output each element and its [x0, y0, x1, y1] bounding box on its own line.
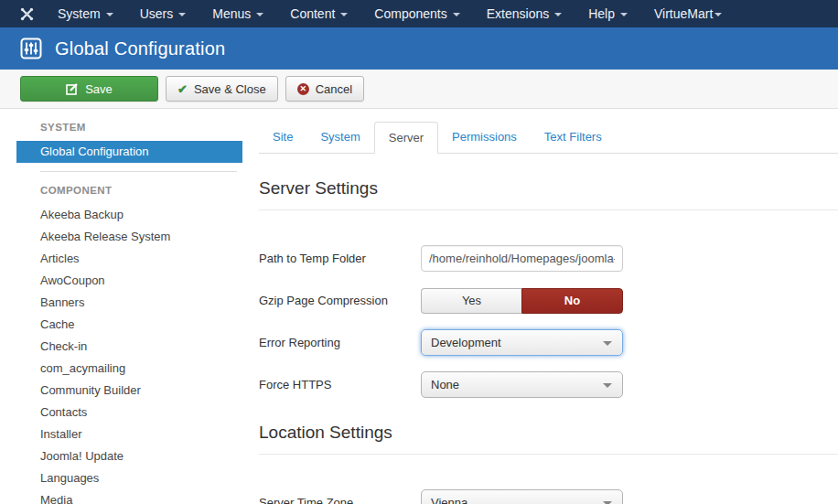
page-header: Global Configuration	[0, 27, 838, 70]
error-reporting-label: Error Reporting	[259, 336, 421, 349]
caret-down-icon	[714, 13, 722, 16]
field-row-temp-path: Path to Temp Folder	[259, 245, 838, 272]
sliders-icon	[20, 38, 42, 59]
timezone-value: Vienna	[431, 496, 467, 504]
menu-virtuemart-label: VirtueMart	[654, 6, 713, 21]
menu-help-label: Help	[588, 6, 615, 21]
caret-down-icon	[256, 13, 263, 16]
sidebar-item-global-configuration[interactable]: Global Configuration	[16, 141, 242, 163]
sidebar-item-media[interactable]: Media	[16, 489, 242, 504]
gzip-yes-button[interactable]: Yes	[421, 288, 521, 314]
save-button[interactable]: Save	[20, 76, 158, 102]
caret-down-icon	[620, 13, 628, 16]
menu-system-label: System	[58, 6, 101, 21]
sidebar-item-akeeba-release-system[interactable]: Akeeba Release System	[16, 226, 242, 248]
menu-extensions-label: Extensions	[487, 6, 549, 21]
save-close-button[interactable]: ✔ Save & Close	[166, 76, 278, 102]
menu-users[interactable]: Users	[140, 6, 187, 21]
timezone-select[interactable]: Vienna	[421, 489, 623, 504]
force-https-label: Force HTTPS	[259, 378, 421, 391]
error-reporting-select[interactable]: Development	[421, 329, 623, 356]
menu-extensions[interactable]: Extensions	[487, 6, 562, 21]
menu-components[interactable]: Components	[374, 6, 459, 21]
sidebar-item-com-acymailing[interactable]: com_acymailing	[16, 358, 242, 380]
check-icon: ✔	[177, 82, 188, 96]
save-button-label: Save	[85, 82, 113, 96]
menu-menus[interactable]: Menus	[212, 6, 263, 21]
cancel-button-label: Cancel	[316, 82, 352, 96]
sidebar: SYSTEM Global Configuration COMPONENT Ak…	[0, 109, 259, 504]
caret-down-icon	[106, 13, 113, 16]
menu-virtuemart[interactable]: VirtueMart	[654, 6, 722, 21]
gzip-label: Gzip Page Compression	[259, 294, 421, 307]
caret-down-icon	[340, 13, 348, 16]
sidebar-item-articles[interactable]: Articles	[16, 248, 242, 270]
menu-users-label: Users	[140, 6, 174, 21]
tab-system[interactable]: System	[306, 122, 373, 154]
field-row-force-https: Force HTTPS None	[259, 371, 838, 398]
sidebar-heading-component: COMPONENT	[40, 185, 242, 196]
edit-square-icon	[66, 82, 79, 95]
tab-text-filters[interactable]: Text Filters	[531, 122, 616, 154]
sidebar-item-akeeba-backup[interactable]: Akeeba Backup	[16, 204, 242, 226]
caret-down-icon	[603, 383, 612, 388]
caret-down-icon	[178, 13, 186, 16]
caret-down-icon	[603, 341, 612, 346]
force-https-value: None	[431, 378, 459, 391]
gzip-toggle-group: Yes No	[421, 288, 623, 314]
menu-content-label: Content	[290, 6, 335, 21]
sidebar-heading-system: SYSTEM	[40, 122, 242, 133]
sidebar-item-community-builder[interactable]: Community Builder	[16, 380, 242, 402]
sidebar-item-cache[interactable]: Cache	[16, 314, 242, 336]
caret-down-icon	[554, 13, 562, 16]
sidebar-divider	[40, 171, 237, 172]
timezone-label: Server Time Zone	[259, 496, 421, 504]
gzip-no-button[interactable]: No	[521, 288, 623, 314]
toolbar: Save ✔ Save & Close ✕ Cancel	[0, 70, 838, 109]
menu-menus-label: Menus	[212, 6, 251, 21]
caret-down-icon	[453, 13, 460, 16]
field-row-gzip: Gzip Page Compression Yes No	[259, 287, 838, 314]
menu-components-label: Components	[374, 6, 446, 21]
temp-path-label: Path to Temp Folder	[259, 252, 421, 265]
joomla-logo-icon	[19, 6, 35, 22]
main-content: Site System Server Permissions Text Filt…	[259, 109, 838, 504]
menu-help[interactable]: Help	[588, 6, 628, 21]
tab-permissions[interactable]: Permissions	[438, 122, 531, 154]
sidebar-item-joomla-update[interactable]: Joomla! Update	[16, 445, 242, 467]
field-row-timezone: Server Time Zone Vienna	[259, 489, 838, 504]
temp-path-input[interactable]	[421, 245, 623, 272]
cancel-button[interactable]: ✕ Cancel	[285, 76, 364, 102]
menu-content[interactable]: Content	[290, 6, 348, 21]
save-close-button-label: Save & Close	[194, 82, 266, 96]
menu-system[interactable]: System	[58, 6, 113, 21]
config-tabs: Site System Server Permissions Text Filt…	[259, 122, 838, 154]
error-reporting-value: Development	[431, 336, 501, 349]
location-settings-heading: Location Settings	[259, 423, 838, 455]
tab-server[interactable]: Server	[374, 122, 438, 154]
admin-menubar: System Users Menus Content Components Ex…	[0, 0, 838, 27]
field-row-error-reporting: Error Reporting Development	[259, 329, 838, 356]
page-title: Global Configuration	[55, 38, 225, 59]
sidebar-item-banners[interactable]: Banners	[16, 292, 242, 314]
cancel-circle-icon: ✕	[297, 83, 309, 95]
sidebar-item-installer[interactable]: Installer	[16, 424, 242, 445]
sidebar-item-awocoupon[interactable]: AwoCoupon	[16, 270, 242, 292]
sidebar-item-languages[interactable]: Languages	[16, 467, 242, 489]
sidebar-item-contacts[interactable]: Contacts	[16, 402, 242, 424]
force-https-select[interactable]: None	[421, 371, 623, 398]
tab-site[interactable]: Site	[259, 122, 306, 154]
server-settings-heading: Server Settings	[259, 178, 838, 210]
sidebar-item-check-in[interactable]: Check-in	[16, 336, 242, 358]
